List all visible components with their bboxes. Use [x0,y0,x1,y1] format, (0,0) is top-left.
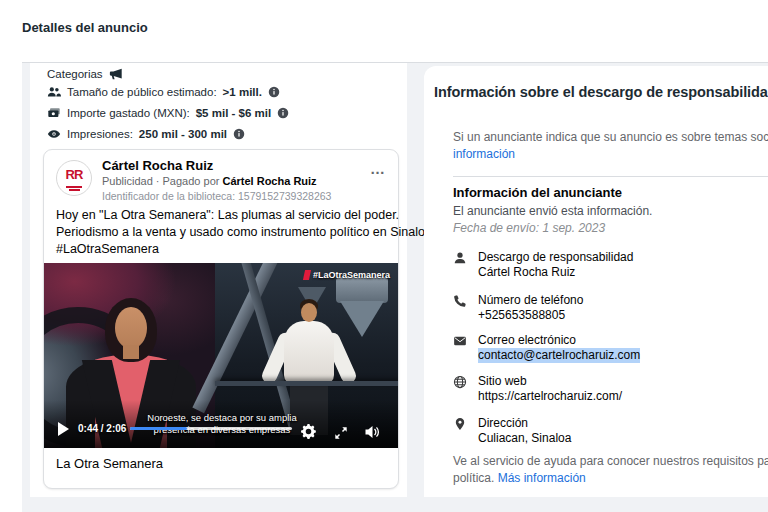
avatar-initials: RR [57,165,91,185]
field-label: Correo electrónico [478,333,640,348]
play-icon[interactable] [58,422,69,436]
library-id: Identificador de la biblioteca: 15791527… [102,190,331,202]
field-email: Correo electrónico contacto@cartelrochar… [452,333,640,363]
sponsor-name: Cártel Rocha Ruiz [222,175,316,187]
gear-icon[interactable] [300,423,317,440]
video-progress-fill [130,427,187,430]
avatar[interactable]: RR [56,160,92,196]
disclaimer-title: Información sobre el descargo de respons… [434,84,768,100]
video-time: 0:44 / 2:06 [78,423,126,434]
video-player[interactable]: #LaOtraSemanera Noroeste, se destaca por… [43,263,399,448]
audience-size-label: Tamaño de público estimado: [67,86,217,98]
field-value: Cártel Rocha Ruiz [478,265,633,280]
impressions-value: 250 mil - 300 mil [139,128,227,140]
info-icon[interactable] [268,86,280,98]
ad-details-panel: Categorias Tamaño de público estimado: >… [30,63,407,497]
help-text-line2: política. Más información [453,471,586,485]
avatar-tiny-text [66,186,82,188]
submission-date: Fecha de envío: 1 sep. 2023 [453,221,605,235]
info-icon[interactable] [277,107,289,119]
globe-icon [452,374,468,389]
person-icon [452,250,468,265]
video-caption: Noroeste, se destaca por su amplia prese… [112,412,332,436]
advertiser-page-name[interactable]: Cártel Rocha Ruiz [102,158,213,173]
banknotes-icon [47,106,61,120]
field-label: Dirección [478,416,571,431]
video-title: La Otra Semanera [56,456,163,471]
disclaimer-intro-link[interactable]: información [453,147,515,161]
video-progress-bar[interactable] [130,427,292,430]
field-value: Culiacan, Sinaloa [478,431,571,446]
advertiser-info-title: Información del anunciante [453,185,622,200]
categories-label: Categorias [47,68,103,80]
categories-row: Categorias [47,67,123,81]
field-value: https://cartelrocharuiz.com/ [478,389,622,404]
ad-body-line: Hoy en "La Otra Semanera": Las plumas al… [56,208,399,222]
hashtag-logo-icon [303,270,311,280]
field-value-highlighted: contacto@cartelrocharuiz.com [478,348,640,363]
disclaimer-intro-text: Si un anunciante indica que su anuncio e… [453,130,768,144]
field-phone: Número de teléfono +525653588805 [452,293,583,323]
ad-body-line: #LaOtraSemanera [56,242,159,256]
people-icon [47,85,61,99]
amount-spent-label: Importe gastado (MXN): [67,107,190,119]
field-label: Número de teléfono [478,293,583,308]
pin-icon [452,416,468,431]
email-icon [452,333,468,348]
divider [453,176,768,177]
hashtag-overlay: #LaOtraSemanera [304,270,390,280]
field-disclaimer: Descargo de responsabilidad Cártel Rocha… [452,250,633,280]
disclaimer-panel: Información sobre el descargo de respons… [424,66,768,497]
three-dot-menu-icon[interactable]: … [370,160,386,177]
impressions-row: Impresiones: 250 mil - 300 mil [47,127,245,141]
info-icon[interactable] [233,128,245,140]
fullscreen-icon[interactable] [334,426,348,440]
ad-body-line: Periodismo a la venta y usado como instr… [56,225,432,239]
amount-spent-row: Importe gastado (MXN): $5 mil - $6 mil [47,106,289,120]
field-address: Dirección Culiacan, Sinaloa [452,416,571,446]
eye-icon [47,127,61,141]
volume-icon[interactable] [364,424,380,440]
field-label: Descargo de responsabilidad [478,250,633,265]
audience-size-value: >1 mill. [223,86,262,98]
field-value: +525653588805 [478,308,583,323]
page-title: Detalles del anuncio [22,20,148,35]
sponsored-byline: Publicidad · Pagado por Cártel Rocha Rui… [102,175,317,187]
field-website: Sitio web https://cartelrocharuiz.com/ [452,374,622,404]
more-info-link[interactable]: Más información [498,471,586,485]
field-label: Sitio web [478,374,622,389]
ad-preview-card: RR Cártel Rocha Ruiz Publicidad · Pagado… [43,149,399,489]
help-text-line1: Ve al servicio de ayuda para conocer nue… [453,454,768,468]
amount-spent-value: $5 mil - $6 mil [196,107,271,119]
phone-icon [452,293,468,308]
megaphone-icon [109,67,123,81]
impressions-label: Impresiones: [67,128,133,140]
audience-size-row: Tamaño de público estimado: >1 mill. [47,85,280,99]
advertiser-info-subtitle: El anunciante envió esta información. [453,204,652,218]
